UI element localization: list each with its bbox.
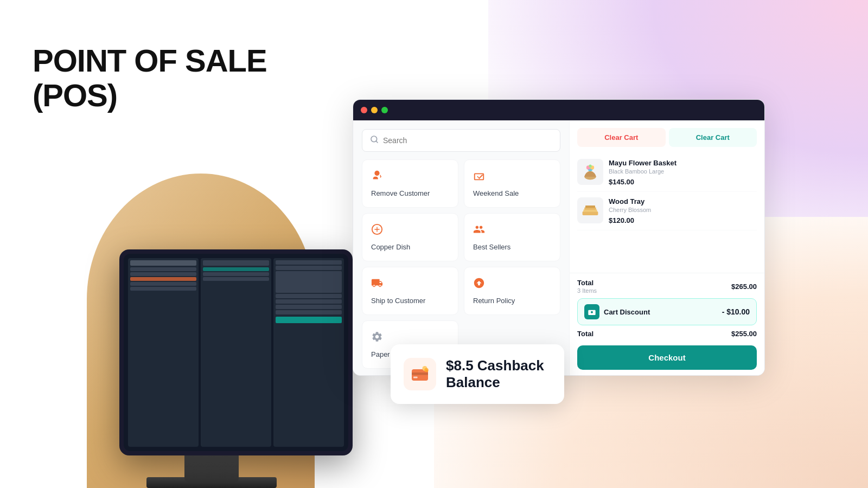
ship-to-customer-icon (371, 277, 449, 292)
ship-to-customer-label: Ship to Customer (371, 297, 449, 305)
cart-item-variant: Black Bamboo Large (609, 168, 757, 175)
traffic-light-yellow[interactable] (371, 107, 378, 113)
weekend-sale-label: Weekend Sale (473, 189, 551, 197)
traffic-light-red[interactable] (361, 107, 367, 113)
cashback-text: $8.5 Cashback Balance (446, 357, 551, 391)
svg-rect-8 (583, 211, 598, 215)
cart-item-image (577, 159, 603, 185)
clear-cart-teal-button[interactable]: Clear Cart (669, 128, 757, 147)
action-card-copper-dish[interactable]: Copper Dish (362, 213, 458, 261)
final-total-label: Total (577, 330, 593, 338)
total-amount: $265.00 (731, 282, 757, 291)
cashback-icon (404, 358, 436, 390)
actions-grid: Remove Customer Weekend Sale (362, 159, 560, 369)
page-title: POINT OF SALE (POS) (33, 43, 267, 113)
action-card-best-sellers[interactable]: Best Sellers (464, 213, 560, 261)
discount-label-area: Cart Discount (584, 304, 650, 319)
checkout-button[interactable]: Checkout (577, 345, 757, 370)
remove-customer-icon (371, 170, 449, 185)
cart-item-price: $145.00 (609, 178, 757, 186)
return-policy-icon (473, 277, 551, 292)
cart-totals: Total 3 Items $265.00 Cart Discount (570, 273, 764, 375)
subtotal-row: Total 3 Items $265.00 (577, 279, 757, 294)
final-total-row: Total $255.00 (577, 330, 757, 338)
cart-item-info: Wood Tray Cherry Blossom $120.00 (609, 197, 757, 224)
discount-icon (584, 304, 599, 319)
right-panel: Clear Cart Clear Cart (569, 120, 764, 375)
weekend-sale-icon (473, 170, 551, 185)
cart-item-image (577, 197, 603, 223)
traffic-light-green[interactable] (381, 107, 388, 113)
action-card-remove-customer[interactable]: Remove Customer (362, 159, 458, 208)
window-titlebar (353, 100, 764, 120)
action-card-weekend-sale[interactable]: Weekend Sale (464, 159, 560, 208)
cart-item-variant: Cherry Blossom (609, 207, 757, 213)
svg-line-1 (376, 141, 378, 143)
total-label: Total (577, 279, 597, 287)
action-card-return-policy[interactable]: Return Policy (464, 267, 560, 315)
svg-rect-14 (413, 377, 418, 378)
svg-rect-13 (412, 373, 428, 375)
action-card-ship-to-customer[interactable]: Ship to Customer (362, 267, 458, 315)
cart-items-list: Mayu Flower Basket Black Bamboo Large $1… (570, 147, 764, 273)
tablet-device (119, 249, 353, 455)
svg-point-7 (589, 165, 591, 168)
remove-customer-label: Remove Customer (371, 189, 449, 197)
search-bar[interactable] (362, 129, 560, 152)
cart-item: Wood Tray Cherry Blossom $120.00 (577, 192, 757, 230)
svg-point-16 (424, 368, 429, 373)
cart-item-name: Wood Tray (609, 197, 757, 206)
discount-label: Cart Discount (604, 308, 650, 316)
search-icon (370, 135, 379, 146)
paper-fl-icon (371, 331, 449, 346)
cart-item-name: Mayu Flower Basket (609, 159, 757, 167)
search-input[interactable] (383, 136, 552, 145)
cart-item-info: Mayu Flower Basket Black Bamboo Large $1… (609, 159, 757, 186)
left-panel: Remove Customer Weekend Sale (353, 120, 569, 375)
copper-dish-icon (371, 223, 449, 239)
window-body: Remove Customer Weekend Sale (353, 120, 764, 375)
return-policy-label: Return Policy (473, 297, 551, 305)
svg-rect-11 (585, 206, 595, 208)
page-title-container: POINT OF SALE (POS) (33, 43, 267, 113)
cart-item: Mayu Flower Basket Black Bamboo Large $1… (577, 153, 757, 192)
cart-item-price: $120.00 (609, 216, 757, 224)
items-count: 3 Items (577, 287, 597, 294)
pos-window: Remove Customer Weekend Sale (353, 99, 765, 376)
final-total-amount: $255.00 (731, 330, 757, 338)
best-sellers-icon (473, 223, 551, 239)
clear-cart-orange-button[interactable]: Clear Cart (577, 128, 666, 147)
copper-dish-label: Copper Dish (371, 243, 449, 251)
discount-row: Cart Discount - $10.00 (577, 298, 757, 325)
best-sellers-label: Best Sellers (473, 243, 551, 251)
cart-header: Clear Cart Clear Cart (570, 120, 764, 147)
tablet-screen (124, 254, 348, 451)
cashback-popup: $8.5 Cashback Balance (391, 344, 564, 404)
discount-amount: - $10.00 (722, 307, 750, 316)
